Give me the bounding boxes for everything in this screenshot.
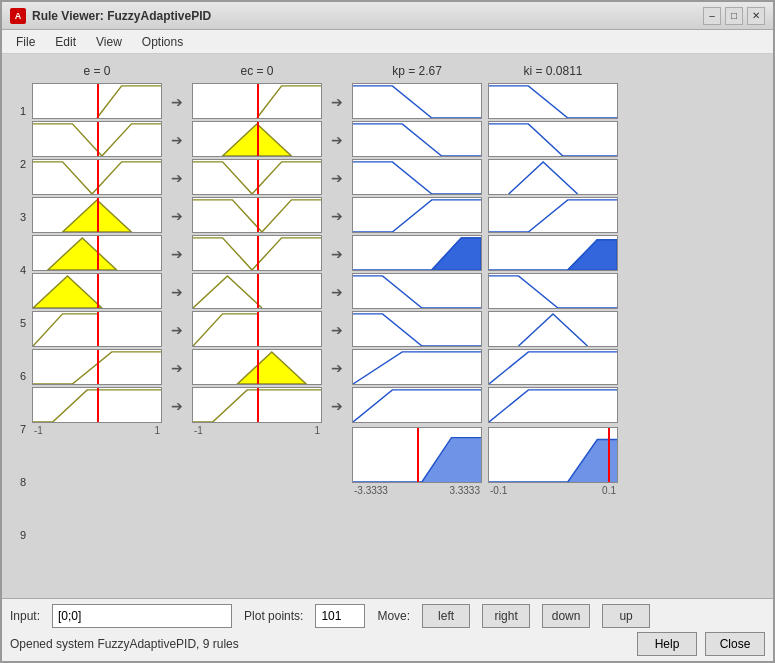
column-kp: kp = 2.67 xyxy=(352,62,482,590)
row-4: 4 xyxy=(10,252,26,288)
arrow-6: ➔ xyxy=(168,274,186,310)
col-kp-axis: -3.3333 3.3333 xyxy=(352,485,482,496)
menu-file[interactable]: File xyxy=(6,33,45,51)
input-label: Input: xyxy=(10,609,40,623)
col-ec-cells xyxy=(192,83,322,423)
kp-cell-3[interactable] xyxy=(352,159,482,195)
window-title: Rule Viewer: FuzzyAdaptivePID xyxy=(32,9,703,23)
e-cell-8[interactable] xyxy=(32,349,162,385)
move-down-button[interactable]: down xyxy=(542,604,590,628)
row-1: 1 xyxy=(10,93,26,129)
col-e-axis: -1 1 xyxy=(32,425,162,436)
arrow2-1: ➔ xyxy=(328,84,346,120)
column-e: e = 0 xyxy=(32,62,162,590)
svg-marker-6 xyxy=(422,438,481,482)
e-cell-5[interactable] xyxy=(32,235,162,271)
action-buttons: Help Close xyxy=(637,632,765,656)
menu-bar: File Edit View Options xyxy=(2,30,773,54)
row-5: 5 xyxy=(10,305,26,341)
ec-cell-8[interactable] xyxy=(192,349,322,385)
row-3: 3 xyxy=(10,199,26,235)
e-cell-4[interactable] xyxy=(32,197,162,233)
arrow2-7: ➔ xyxy=(328,312,346,348)
arrow2-8: ➔ xyxy=(328,350,346,386)
ki-cell-9[interactable] xyxy=(488,387,618,423)
main-window: A Rule Viewer: FuzzyAdaptivePID – □ ✕ Fi… xyxy=(0,0,775,663)
menu-edit[interactable]: Edit xyxy=(45,33,86,51)
arrow2-6: ➔ xyxy=(328,274,346,310)
kp-cell-5[interactable] xyxy=(352,235,482,271)
row-8: 8 xyxy=(10,464,26,500)
row-9: 9 xyxy=(10,517,26,553)
col-ec-axis: -1 1 xyxy=(192,425,322,436)
kp-cell-6[interactable] xyxy=(352,273,482,309)
e-cell-6[interactable] xyxy=(32,273,162,309)
ec-cell-3[interactable] xyxy=(192,159,322,195)
close-button[interactable]: Close xyxy=(705,632,765,656)
e-cell-7[interactable] xyxy=(32,311,162,347)
input-field[interactable] xyxy=(52,604,232,628)
ki-cell-1[interactable] xyxy=(488,83,618,119)
kp-agg-container: -3.3333 3.3333 xyxy=(352,427,482,496)
arrow-7: ➔ xyxy=(168,312,186,348)
arrow2-9: ➔ xyxy=(328,388,346,424)
svg-marker-4 xyxy=(237,352,306,384)
ec-cell-5[interactable] xyxy=(192,235,322,271)
menu-options[interactable]: Options xyxy=(132,33,193,51)
e-cell-3[interactable] xyxy=(32,159,162,195)
close-button[interactable]: ✕ xyxy=(747,7,765,25)
row-6: 6 xyxy=(10,358,26,394)
ec-cell-7[interactable] xyxy=(192,311,322,347)
arrow-9: ➔ xyxy=(168,388,186,424)
e-cell-9[interactable] xyxy=(32,387,162,423)
e-cell-1[interactable] xyxy=(32,83,162,119)
move-right-button[interactable]: right xyxy=(482,604,530,628)
move-left-button[interactable]: left xyxy=(422,604,470,628)
ec-cell-1[interactable] xyxy=(192,83,322,119)
ki-cell-6[interactable] xyxy=(488,273,618,309)
ki-cell-2[interactable] xyxy=(488,121,618,157)
controls-row: Input: Plot points: Move: left right dow… xyxy=(10,604,765,628)
ki-cell-7[interactable] xyxy=(488,311,618,347)
kp-cell-8[interactable] xyxy=(352,349,482,385)
ki-cell-5[interactable] xyxy=(488,235,618,271)
ec-cell-2[interactable] xyxy=(192,121,322,157)
column-ec: ec = 0 xyxy=(192,62,322,590)
ki-cell-8[interactable] xyxy=(488,349,618,385)
arrow2-3: ➔ xyxy=(328,160,346,196)
arrow-5: ➔ xyxy=(168,236,186,272)
ki-cell-4[interactable] xyxy=(488,197,618,233)
status-row: Opened system FuzzyAdaptivePID, 9 rules … xyxy=(10,632,765,656)
col-e-header: e = 0 xyxy=(83,62,110,80)
plot-points-field[interactable] xyxy=(315,604,365,628)
maximize-button[interactable]: □ xyxy=(725,7,743,25)
help-button[interactable]: Help xyxy=(637,632,697,656)
col-kp-cells xyxy=(352,83,482,423)
kp-cell-7[interactable] xyxy=(352,311,482,347)
kp-cell-4[interactable] xyxy=(352,197,482,233)
ec-cell-9[interactable] xyxy=(192,387,322,423)
ki-cell-3[interactable] xyxy=(488,159,618,195)
col-kp-header: kp = 2.67 xyxy=(392,62,442,80)
minimize-button[interactable]: – xyxy=(703,7,721,25)
col-ki-axis: -0.1 0.1 xyxy=(488,485,618,496)
move-up-button[interactable]: up xyxy=(602,604,650,628)
row-numbers: 1 2 3 4 5 6 7 8 9 xyxy=(10,62,26,590)
ec-cell-4[interactable] xyxy=(192,197,322,233)
plot-points-label: Plot points: xyxy=(244,609,303,623)
row-2: 2 xyxy=(10,146,26,182)
kp-cell-1[interactable] xyxy=(352,83,482,119)
col-ec-header: ec = 0 xyxy=(240,62,273,80)
ec-cell-6[interactable] xyxy=(192,273,322,309)
status-text: Opened system FuzzyAdaptivePID, 9 rules xyxy=(10,637,239,651)
arrow2-4: ➔ xyxy=(328,198,346,234)
kp-cell-9[interactable] xyxy=(352,387,482,423)
move-label: Move: xyxy=(377,609,410,623)
col-e-cells xyxy=(32,83,162,423)
menu-view[interactable]: View xyxy=(86,33,132,51)
e-cell-2[interactable] xyxy=(32,121,162,157)
kp-cell-2[interactable] xyxy=(352,121,482,157)
arrow-2: ➔ xyxy=(168,122,186,158)
arrow-column-2: ➔ ➔ ➔ ➔ ➔ ➔ ➔ ➔ ➔ xyxy=(328,62,346,590)
col-ki-header: ki = 0.0811 xyxy=(523,62,582,80)
